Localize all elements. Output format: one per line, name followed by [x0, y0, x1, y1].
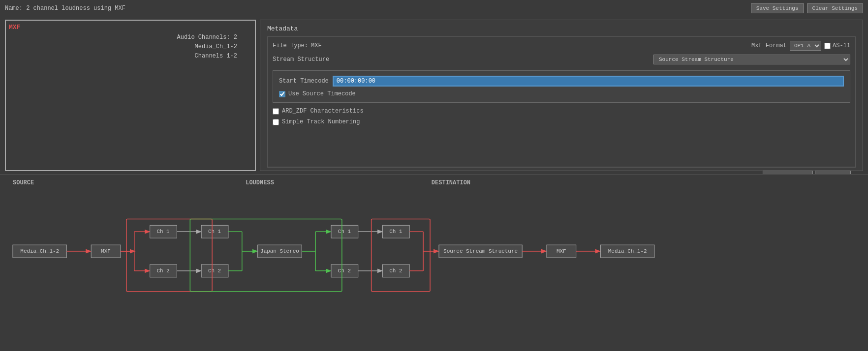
save-settings-button[interactable]: Save Settings — [751, 3, 804, 13]
loudness-section-label: LOUDNESS — [246, 179, 274, 186]
metadata-inner: File Type: MXF Mxf Format OP1 A OP1 B OP… — [267, 36, 856, 167]
start-timecode-input[interactable] — [333, 76, 844, 87]
as11-checkbox[interactable] — [824, 43, 831, 49]
file-type-label: File Type: — [273, 42, 308, 49]
mxf-label: MXF — [9, 24, 252, 31]
mxf-format-label: Mxf Format — [751, 42, 787, 49]
svg-text:Japan Stereo: Japan Stereo — [260, 248, 299, 254]
destination-section-label: DESTINATION — [432, 179, 470, 186]
svg-text:Ch 2: Ch 2 — [156, 268, 169, 274]
media-ch-source-text: Media_Ch_1-2 — [20, 248, 59, 254]
ard-zdf-row: ARD_ZDF Characteristics — [273, 108, 850, 115]
source-section-label: SOURCE — [13, 179, 34, 186]
svg-text:Ch 1: Ch 1 — [389, 229, 403, 234]
top-meta-row: File Type: MXF Mxf Format OP1 A OP1 B OP… — [273, 41, 850, 51]
mxf-source-text: MXF — [101, 248, 111, 254]
use-source-timecode-checkbox[interactable] — [279, 91, 285, 97]
source-info: Audio Channels: 2 Media_Ch_1-2 Channels … — [9, 33, 252, 61]
svg-text:Ch 2: Ch 2 — [338, 268, 351, 274]
as11-checkbox-row: AS-11 — [824, 42, 850, 49]
simple-track-checkbox[interactable] — [273, 119, 279, 125]
svg-text:Ch 2: Ch 2 — [389, 268, 402, 274]
svg-text:Ch 1: Ch 1 — [156, 229, 170, 234]
flow-diagram: SOURCE LOUDNESS DESTINATION Media_Ch_1-2… — [0, 174, 868, 351]
mxf-format-row: Mxf Format OP1 A OP1 B OP2 A AS-11 — [751, 41, 850, 51]
section-labels: SOURCE LOUDNESS DESTINATION — [8, 179, 860, 186]
toolbar-buttons: Save Settings Clear Settings — [751, 3, 863, 13]
timecode-section: Start Timecode Use Source Timecode — [273, 70, 850, 103]
source-stream-structure-text: Source Stream Structure — [443, 248, 518, 254]
svg-text:Ch 1: Ch 1 — [338, 229, 351, 234]
metadata-panel: Metadata File Type: MXF Mxf Format OP1 A… — [260, 20, 863, 171]
start-timecode-label: Start Timecode — [279, 78, 329, 85]
as11-label: AS-11 — [833, 42, 850, 49]
mxf-format-select[interactable]: OP1 A OP1 B OP2 A — [790, 41, 821, 51]
ard-zdf-label: ARD_ZDF Characteristics — [282, 108, 364, 115]
use-source-timecode-label: Use Source Timecode — [288, 90, 356, 97]
source-panel: MXF Audio Channels: 2 Media_Ch_1-2 Chann… — [5, 20, 256, 171]
stream-structure-select[interactable]: Source Stream Structure Custom — [653, 55, 850, 64]
channels: Channels 1-2 — [195, 52, 237, 61]
media-ch: Media_Ch_1-2 — [195, 42, 237, 52]
file-type-value: MXF — [311, 42, 322, 49]
metadata-title: Metadata — [267, 25, 856, 32]
flow-svg: Media_Ch_1-2 MXF Ch 1 Ch 2 Ch 1 Ch 2 — [8, 188, 860, 336]
svg-text:Ch 1: Ch 1 — [208, 229, 221, 234]
stream-structure-label: Stream Structure — [273, 56, 329, 63]
app-title: Name: 2 channel loudness using MXF — [5, 5, 125, 12]
ard-zdf-checkbox[interactable] — [273, 108, 279, 115]
stream-dropdown: Source Stream Structure Custom — [653, 55, 850, 64]
simple-track-label: Simple Track Numbering — [282, 118, 360, 125]
mxf-dest-text: MXF — [557, 248, 566, 254]
main-content: MXF Audio Channels: 2 Media_Ch_1-2 Chann… — [0, 17, 868, 174]
audio-channels: Audio Channels: 2 — [177, 33, 237, 42]
use-source-timecode-row: Use Source Timecode — [279, 90, 844, 97]
media-ch-dest-text: Media_Ch_1-2 — [608, 248, 647, 254]
svg-text:Ch 2: Ch 2 — [208, 268, 221, 274]
simple-track-row: Simple Track Numbering — [273, 118, 850, 125]
top-bar: Name: 2 channel loudness using MXF Save … — [0, 0, 868, 17]
timecode-row: Start Timecode — [279, 76, 844, 87]
clear-settings-button[interactable]: Clear Settings — [807, 3, 863, 13]
stream-structure-row: Stream Structure Source Stream Structure… — [273, 55, 850, 64]
